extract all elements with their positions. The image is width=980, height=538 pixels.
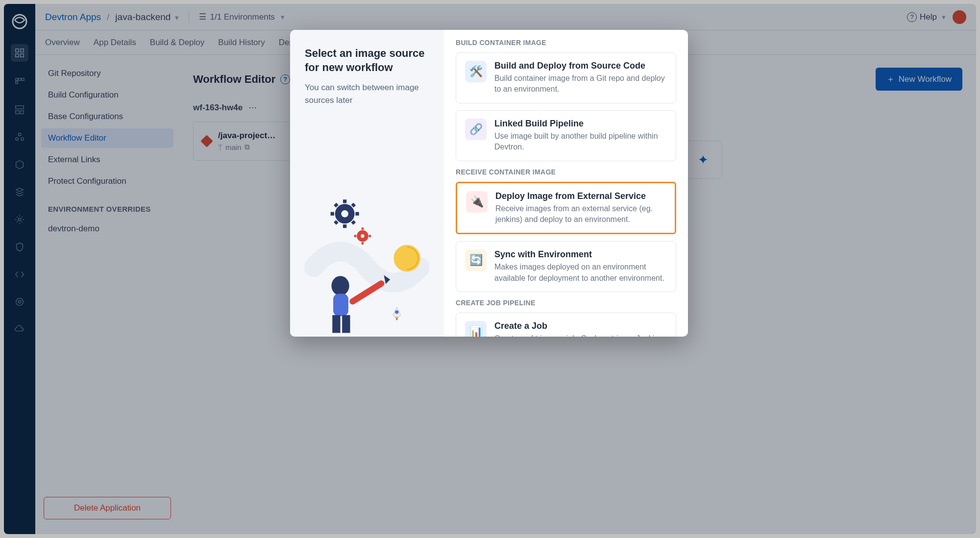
option-desc: Build container image from a Git repo an…	[494, 73, 667, 95]
svg-line-26	[352, 204, 355, 206]
option-linked-pipeline[interactable]: 🔗 Linked Build Pipeline Use image built …	[456, 110, 676, 161]
modal-title: Select an image source for new workflow	[305, 47, 429, 74]
section-label-build: BUILD CONTAINER IMAGE	[456, 39, 676, 47]
svg-rect-37	[332, 315, 340, 333]
svg-rect-36	[333, 294, 348, 316]
option-create-job[interactable]: 📊 Create a Job Create and trigger a job.…	[456, 313, 676, 337]
modal-right-panel: BUILD CONTAINER IMAGE 🛠️ Build and Deplo…	[444, 30, 688, 337]
create-job-icon: 📊	[465, 321, 487, 337]
modal-illustration	[305, 106, 429, 337]
option-title: Create a Job	[494, 321, 667, 331]
svg-point-33	[361, 234, 364, 238]
sync-env-icon: 🔄	[465, 249, 487, 271]
option-desc: Use image built by another build pipelin…	[494, 131, 667, 153]
svg-point-35	[331, 276, 349, 295]
option-desc: Create and trigger a job. Such as trigge…	[494, 333, 667, 337]
option-external-service[interactable]: 🔌 Deploy Image from External Service Rec…	[456, 182, 676, 235]
section-label-receive: RECEIVE CONTAINER IMAGE	[456, 168, 676, 176]
build-source-icon: 🛠️	[465, 61, 487, 82]
svg-line-23	[335, 204, 338, 206]
linked-pipeline-icon: 🔗	[465, 119, 487, 140]
option-sync-env[interactable]: 🔄 Sync with Environment Makes images dep…	[456, 241, 676, 292]
svg-line-24	[352, 221, 355, 224]
option-desc: Makes images deployed on an environment …	[494, 262, 667, 284]
option-title: Build and Deploy from Source Code	[494, 61, 667, 71]
option-title: Linked Build Pipeline	[494, 119, 667, 129]
option-build-source[interactable]: 🛠️ Build and Deploy from Source Code Bui…	[456, 52, 676, 103]
svg-line-25	[335, 221, 338, 224]
image-source-modal: Select an image source for new workflow …	[290, 30, 688, 337]
section-label-job: CREATE JOB PIPELINE	[456, 299, 676, 307]
svg-point-41	[395, 310, 398, 314]
external-service-icon: 🔌	[466, 191, 488, 213]
option-desc: Receive images from an external service …	[495, 203, 666, 225]
modal-subtitle: You can switch between image sources lat…	[305, 81, 429, 106]
modal-left-panel: Select an image source for new workflow …	[290, 30, 444, 337]
svg-point-27	[341, 210, 348, 218]
option-title: Sync with Environment	[494, 249, 667, 260]
svg-rect-39	[348, 279, 386, 306]
option-title: Deploy Image from External Service	[495, 191, 666, 201]
svg-rect-38	[342, 315, 350, 333]
